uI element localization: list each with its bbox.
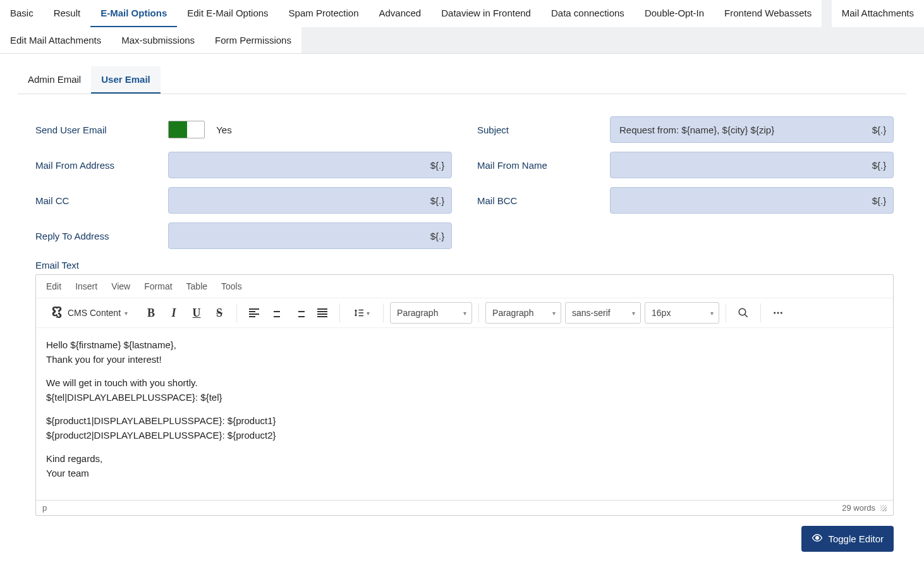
tab-advanced[interactable]: Advanced	[369, 0, 432, 27]
menu-insert[interactable]: Insert	[75, 281, 97, 291]
placeholder-picker-mail-from-name[interactable]: ${.}	[865, 152, 893, 178]
tab-spam-protection[interactable]: Spam Protection	[279, 0, 369, 27]
toggle-editor-button[interactable]: Toggle Editor	[801, 526, 894, 552]
tab-mail-attachments[interactable]: Mail Attachments	[832, 0, 924, 27]
menu-table[interactable]: Table	[186, 281, 207, 291]
strikethrough-button[interactable]: S	[209, 302, 230, 324]
row-mail-cc: Mail CC ${.}	[35, 183, 452, 218]
row-mail-from-name: Mail From Name ${.}	[477, 147, 894, 183]
tab-filler-2	[301, 27, 924, 53]
menu-format[interactable]: Format	[144, 281, 172, 291]
cms-content-button[interactable]: CMS Content ▾	[47, 303, 130, 324]
editor-element-path[interactable]: p	[42, 503, 47, 513]
label-email-text: Email Text	[0, 253, 924, 274]
align-center-button[interactable]	[266, 302, 288, 324]
eye-icon	[812, 532, 823, 545]
placeholder-picker-subject[interactable]: ${.}	[865, 117, 893, 142]
placeholder-picker-reply-to[interactable]: ${.}	[423, 223, 451, 248]
svg-point-0	[739, 308, 746, 315]
svg-point-3	[781, 312, 782, 314]
block-format-select-1[interactable]: Paragraph▾	[390, 302, 472, 324]
subtab-user-email[interactable]: User Email	[91, 66, 161, 94]
input-reply-to[interactable]	[169, 223, 423, 248]
tab-data-connections[interactable]: Data connections	[541, 0, 635, 27]
top-tab-bar: Basic Result E-Mail Options Edit E-Mail …	[0, 0, 924, 54]
editor-menu-bar: Edit Insert View Format Table Tools	[36, 275, 893, 298]
placeholder-picker-mail-cc[interactable]: ${.}	[423, 188, 451, 213]
align-right-button[interactable]	[289, 302, 310, 324]
placeholder-picker-mail-from-address[interactable]: ${.}	[423, 152, 451, 178]
font-family-select[interactable]: sans-serif▾	[565, 302, 641, 324]
label-send-user-email: Send User Email	[35, 125, 168, 135]
svg-point-4	[816, 537, 819, 540]
toggle-send-user-email[interactable]	[168, 121, 205, 138]
search-button[interactable]	[733, 302, 754, 324]
tab-max-submissions[interactable]: Max-submissions	[111, 27, 205, 53]
tab-filler	[822, 0, 832, 27]
tab-basic[interactable]: Basic	[0, 0, 44, 27]
more-button[interactable]	[767, 302, 789, 324]
svg-point-1	[774, 312, 775, 314]
label-mail-bcc: Mail BCC	[477, 195, 610, 206]
italic-button[interactable]: I	[163, 302, 185, 324]
subtab-admin-email[interactable]: Admin Email	[18, 66, 91, 94]
label-mail-cc: Mail CC	[35, 195, 168, 206]
font-size-select[interactable]: 16px▾	[645, 302, 719, 324]
tab-dataview-frontend[interactable]: Dataview in Frontend	[431, 0, 541, 27]
label-mail-from-name: Mail From Name	[477, 160, 610, 171]
underline-button[interactable]: U	[186, 302, 207, 324]
input-mail-bcc[interactable]	[611, 188, 865, 213]
input-subject[interactable]	[611, 117, 865, 142]
input-mail-cc[interactable]	[169, 188, 423, 213]
rich-text-editor: Edit Insert View Format Table Tools CMS …	[35, 274, 894, 516]
editor-content-area[interactable]: Hello ${firstname} ${lastname},Thank you…	[36, 328, 893, 500]
tab-result[interactable]: Result	[44, 0, 91, 27]
resize-handle[interactable]	[880, 505, 887, 511]
chevron-down-icon: ▾	[367, 310, 370, 317]
input-mail-from-address[interactable]	[169, 152, 423, 178]
subtab-bar: Admin Email User Email	[18, 66, 906, 94]
editor-status-bar: p 29 words	[36, 500, 893, 515]
form-grid: Send User Email Yes Subject ${.} Mail Fr…	[0, 94, 924, 253]
input-mail-from-name[interactable]	[611, 152, 865, 178]
toggle-send-user-email-label: Yes	[216, 125, 231, 135]
align-left-button[interactable]	[243, 302, 265, 324]
menu-tools[interactable]: Tools	[221, 281, 242, 291]
label-reply-to: Reply To Address	[35, 231, 168, 241]
align-justify-button[interactable]	[312, 302, 333, 324]
block-format-select-2[interactable]: Paragraph▾	[485, 302, 561, 324]
editor-toolbar: CMS Content ▾ B I U S	[36, 298, 893, 328]
tab-form-permissions[interactable]: Form Permissions	[205, 27, 301, 53]
bold-button[interactable]: B	[140, 302, 162, 324]
row-reply-to: Reply To Address ${.}	[35, 218, 452, 253]
menu-view[interactable]: View	[111, 281, 130, 291]
tab-double-opt-in[interactable]: Double-Opt-In	[635, 0, 714, 27]
tab-email-options[interactable]: E-Mail Options	[90, 0, 177, 27]
row-mail-bcc: Mail BCC ${.}	[477, 183, 894, 218]
label-subject: Subject	[477, 125, 610, 135]
line-height-button[interactable]: ▾	[346, 302, 377, 324]
chevron-down-icon: ▾	[125, 310, 128, 317]
tab-edit-email-options[interactable]: Edit E-Mail Options	[177, 0, 278, 27]
tab-edit-mail-attachments[interactable]: Edit Mail Attachments	[0, 27, 111, 53]
menu-edit[interactable]: Edit	[46, 281, 61, 291]
row-send-user-email: Send User Email Yes	[35, 112, 452, 147]
editor-word-count: 29 words	[842, 503, 875, 513]
placeholder-picker-mail-bcc[interactable]: ${.}	[865, 188, 893, 213]
joomla-icon	[50, 305, 64, 321]
label-mail-from-address: Mail From Address	[35, 160, 168, 171]
svg-point-2	[777, 312, 779, 314]
tab-frontend-webassets[interactable]: Frontend Webassets	[714, 0, 822, 27]
row-subject: Subject ${.}	[477, 112, 894, 147]
cms-content-label: CMS Content	[68, 308, 121, 318]
row-mail-from-address: Mail From Address ${.}	[35, 147, 452, 183]
